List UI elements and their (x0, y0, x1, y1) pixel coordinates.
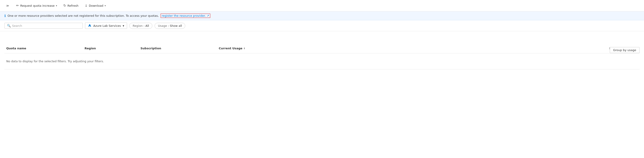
region-filter-value: All (146, 24, 149, 27)
usage-filter[interactable]: Usage : Show all (154, 23, 185, 29)
service-dropdown-label: Azure Lab Services (93, 24, 121, 27)
sidebar-toggle-button[interactable]: ≫ (4, 2, 11, 9)
download-icon: ↓ (85, 3, 88, 7)
col-subscription-label: Subscription (140, 47, 161, 50)
refresh-icon: ↻ (63, 3, 66, 7)
col-region: Region (83, 46, 139, 51)
empty-state-message: No data to display for the selected filt… (4, 58, 640, 65)
service-dropdown[interactable]: Azure Lab Services ▾ (85, 22, 127, 29)
refresh-label: Refresh (68, 4, 78, 7)
col-current-usage[interactable]: Current Usage ↓ (217, 46, 306, 51)
col-current-usage-label: Current Usage (219, 47, 242, 50)
chevron-down-icon-download: ▾ (105, 4, 106, 7)
sort-icon: ↓ (243, 47, 246, 50)
toolbar: ≫ ✏ Request quota increase ▾ ↻ Refresh ↓… (0, 0, 644, 11)
content-area: Group by usage Quota name Region Subscri… (0, 43, 644, 69)
col-quota-name-label: Quota name (6, 47, 26, 50)
external-link-icon: ↗ (207, 14, 209, 17)
group-by-label: Group by usage (613, 48, 636, 52)
region-filter-label: Region (133, 24, 143, 27)
col-subscription: Subscription (139, 46, 217, 51)
pencil-icon: ✏ (16, 3, 19, 7)
request-quota-label: Request quota increase (20, 4, 54, 7)
quota-table: Quota name Region Subscription Current U… (4, 43, 640, 69)
table-header: Quota name Region Subscription Current U… (4, 43, 640, 53)
usage-filter-separator: : (168, 24, 169, 27)
chevron-down-icon: ▾ (56, 4, 57, 7)
search-input[interactable] (12, 24, 80, 27)
usage-filter-label: Usage (158, 24, 167, 27)
info-banner-message: One or more resource providers selected … (8, 14, 159, 17)
info-icon: ℹ (4, 14, 6, 18)
info-banner: ℹ One or more resource providers selecte… (0, 11, 644, 20)
azure-icon (88, 24, 92, 27)
register-link-text: register the resource provider. (162, 14, 206, 17)
download-button[interactable]: ↓ Download ▾ (82, 2, 108, 9)
search-icon: 🔍 (7, 24, 11, 27)
chevron-down-icon-service: ▾ (123, 24, 124, 27)
sidebar-toggle-icon: ≫ (6, 4, 9, 7)
group-by-usage-button[interactable]: Group by usage (610, 47, 640, 53)
col-quota-name: Quota name (4, 46, 83, 51)
request-quota-button[interactable]: ✏ Request quota increase ▾ (14, 2, 60, 9)
table-body: No data to display for the selected filt… (4, 53, 640, 69)
register-provider-link[interactable]: register the resource provider. ↗ (160, 14, 210, 18)
region-filter-separator: : (144, 24, 144, 27)
usage-filter-value: Show all (170, 24, 182, 27)
region-filter[interactable]: Region : All (129, 23, 152, 29)
col-request-increase: Request Increase (306, 46, 640, 51)
download-label: Download (89, 4, 103, 7)
filter-bar: 🔍 Azure Lab Services ▾ Region : All Usag… (0, 20, 644, 31)
col-region-label: Region (84, 47, 96, 50)
refresh-button[interactable]: ↻ Refresh (60, 2, 81, 9)
search-box[interactable]: 🔍 (4, 23, 83, 28)
